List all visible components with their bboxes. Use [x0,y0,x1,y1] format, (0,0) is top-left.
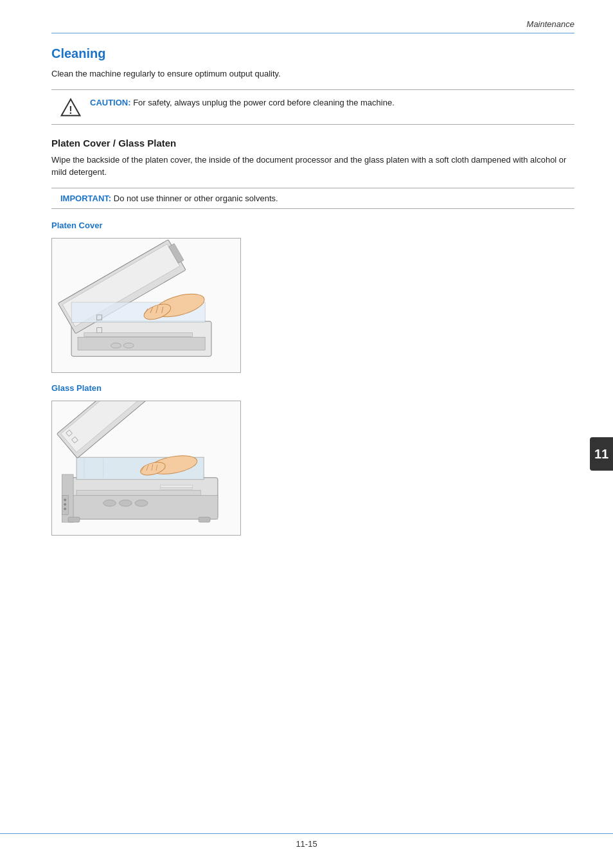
caution-icon: ! [60,97,81,118]
caution-label: CAUTION: [90,98,131,107]
subsection-title: Platen Cover / Glass Platen [51,138,574,149]
svg-point-48 [64,503,66,505]
svg-point-49 [64,507,66,510]
caution-body: For safety, always unplug the power cord… [133,98,395,107]
footer: 11-15 [0,833,613,849]
svg-point-17 [111,343,121,348]
important-text: Do not use thinner or other organic solv… [114,194,278,203]
platen-cover-illustration [51,238,241,373]
header-title: Maintenance [527,19,574,29]
chapter-tab: 11 [590,437,613,471]
svg-rect-19 [84,332,192,336]
svg-rect-42 [161,485,193,487]
chapter-number: 11 [594,447,609,462]
top-header: Maintenance [51,19,574,33]
section-title: Cleaning [51,46,574,61]
svg-rect-44 [68,517,80,522]
platen-cover-svg [52,239,240,372]
svg-point-47 [64,498,66,501]
svg-point-18 [123,343,134,348]
svg-point-40 [119,500,132,506]
glass-platen-svg [52,401,240,535]
caution-box: ! CAUTION: For safety, always unplug the… [51,89,574,125]
page-number: 11-15 [296,839,317,849]
svg-rect-45 [199,517,210,522]
platen-cover-heading: Platen Cover [51,221,574,230]
svg-rect-38 [76,490,200,495]
subsection-description: Wipe the backside of the platen cover, t… [51,154,574,179]
important-label: IMPORTANT: [60,194,111,203]
svg-point-39 [103,500,116,506]
svg-rect-22 [65,495,218,519]
svg-rect-4 [78,337,205,350]
svg-text:!: ! [69,104,72,115]
svg-rect-43 [161,487,193,489]
glass-platen-heading: Glass Platen [51,383,574,393]
caution-text: CAUTION: For safety, always unplug the p… [90,96,395,109]
page-wrapper: Maintenance Cleaning Clean the machine r… [0,0,613,868]
important-box: IMPORTANT: Do not use thinner or other o… [51,188,574,209]
svg-point-41 [135,500,148,506]
glass-platen-illustration [51,401,241,536]
intro-text: Clean the machine regularly to ensure op… [51,68,574,80]
